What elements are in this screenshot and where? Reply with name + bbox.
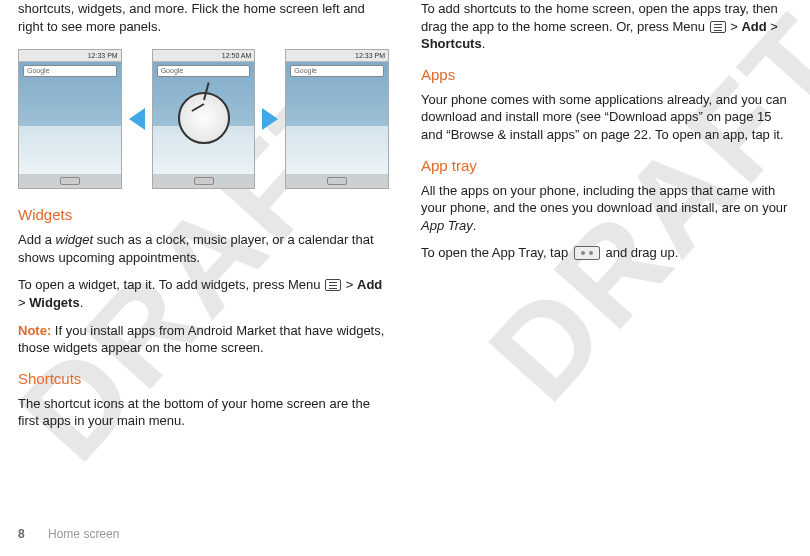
apps-heading: Apps xyxy=(421,65,792,85)
search-widget: Google xyxy=(157,65,251,77)
shortcuts-heading: Shortcuts xyxy=(18,369,389,389)
intro-continuation: shortcuts, widgets, and more. Flick the … xyxy=(18,0,389,35)
shortcuts-paragraph-2: To add shortcuts to the home screen, ope… xyxy=(421,0,792,53)
text: To open a widget, tap it. To add widgets… xyxy=(18,277,324,292)
arrow-right-icon xyxy=(259,108,281,130)
right-column: To add shortcuts to the home screen, ope… xyxy=(421,0,792,440)
widgets-heading: Widgets xyxy=(18,205,389,225)
menu-icon xyxy=(325,279,341,291)
app-tray-handle xyxy=(194,177,214,185)
text-bold: Widgets xyxy=(29,295,79,310)
text: To open the App Tray, tap xyxy=(421,245,572,260)
status-bar: 12:50 AM xyxy=(153,50,255,62)
status-bar: 12:33 PM xyxy=(286,50,388,62)
text: Add a xyxy=(18,232,56,247)
widgets-paragraph-2: To open a widget, tap it. To add widgets… xyxy=(18,276,389,311)
home-panels-illustration: 12:33 PM Google 12:50 AM Google 12:33 PM xyxy=(18,49,389,189)
text-bold: Shortcuts xyxy=(421,36,482,51)
text: If you install apps from Android Market … xyxy=(18,323,384,356)
screen-panel-right: 12:33 PM Google xyxy=(285,49,389,189)
app-tray-handle xyxy=(327,177,347,185)
apptray-paragraph-2: To open the App Tray, tap and drag up. xyxy=(421,244,792,262)
widgets-paragraph-1: Add a widget such as a clock, music play… xyxy=(18,231,389,266)
apps-paragraph-1: Your phone comes with some applications … xyxy=(421,91,792,144)
text-bold: Add xyxy=(741,19,766,34)
arrow-left-icon xyxy=(126,108,148,130)
search-widget: Google xyxy=(290,65,384,77)
shortcuts-paragraph-1: The shortcut icons at the bottom of your… xyxy=(18,395,389,430)
apptray-paragraph-1: All the apps on your phone, including th… xyxy=(421,182,792,235)
note-label: Note: xyxy=(18,323,51,338)
screen-panel-left: 12:33 PM Google xyxy=(18,49,122,189)
search-widget: Google xyxy=(23,65,117,77)
page-number: 8 xyxy=(18,527,25,541)
page-content: shortcuts, widgets, and more. Flick the … xyxy=(0,0,810,440)
text-italic: widget xyxy=(56,232,94,247)
text-bold: Add xyxy=(357,277,382,292)
menu-icon xyxy=(710,21,726,33)
screen-panel-center: 12:50 AM Google xyxy=(152,49,256,189)
text: and drag up. xyxy=(602,245,679,260)
status-bar: 12:33 PM xyxy=(19,50,121,62)
page-footer: 8 Home screen xyxy=(18,526,119,542)
left-column: shortcuts, widgets, and more. Flick the … xyxy=(18,0,389,440)
text-italic: App Tray xyxy=(421,218,473,233)
app-tray-icon xyxy=(574,246,600,260)
apptray-heading: App tray xyxy=(421,156,792,176)
clock-widget-icon xyxy=(178,92,230,144)
text: All the apps on your phone, including th… xyxy=(421,183,787,216)
section-name: Home screen xyxy=(48,527,119,541)
widgets-note: Note: If you install apps from Android M… xyxy=(18,322,389,357)
app-tray-handle xyxy=(60,177,80,185)
